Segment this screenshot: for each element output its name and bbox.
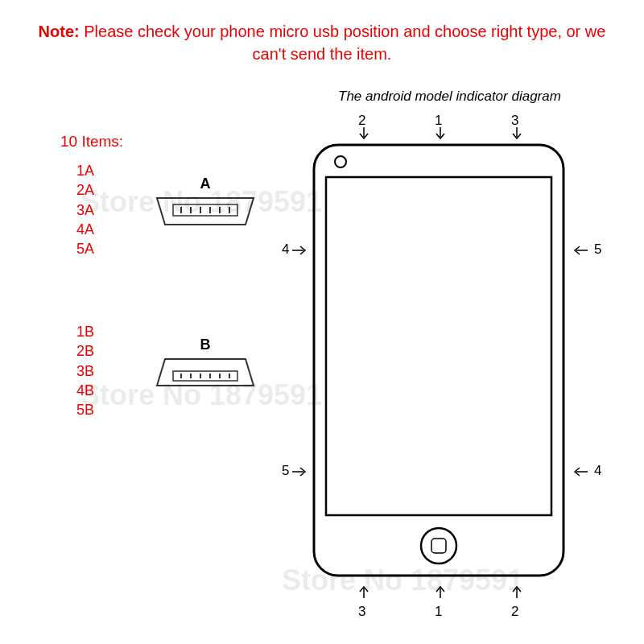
items-title: 10 Items:: [60, 133, 123, 151]
arrow-down-icon: [435, 127, 446, 142]
connector-b: B: [149, 336, 262, 394]
list-a: 1A 2A 3A 4A 5A: [76, 161, 94, 258]
indicator-bottom-right: 2: [511, 604, 518, 620]
svg-rect-0: [173, 204, 237, 216]
usb-connector-b-icon: [149, 355, 262, 391]
note-body: Please check your phone micro usb positi…: [80, 23, 606, 63]
arrow-up-icon: [511, 584, 522, 598]
connector-a-label: A: [149, 175, 262, 192]
indicator-right-lower: 4: [594, 463, 601, 479]
diagram-title: The android model indicator diagram: [338, 89, 561, 105]
indicator-right-upper: 5: [594, 242, 601, 258]
arrow-right-icon: [292, 245, 308, 256]
arrow-down-icon: [358, 127, 369, 142]
indicator-left-lower: 5: [282, 463, 289, 479]
arrow-right-icon: [292, 466, 308, 477]
svg-rect-14: [314, 145, 564, 576]
list-item: 4B: [76, 381, 94, 400]
arrow-left-icon: [572, 466, 588, 477]
svg-point-16: [335, 156, 346, 167]
list-b: 1B 2B 3B 4B 5B: [76, 322, 94, 419]
phone-icon: [310, 141, 568, 580]
list-item: 3A: [76, 200, 94, 220]
usb-connector-a-icon: [149, 194, 262, 230]
indicator-left-upper: 4: [282, 242, 289, 258]
indicator-top-center: 1: [435, 113, 442, 129]
svg-point-17: [421, 528, 456, 564]
arrow-up-icon: [358, 584, 369, 598]
indicator-bottom-center: 1: [435, 604, 442, 620]
arrow-down-icon: [511, 127, 522, 142]
note-label: Note:: [39, 23, 80, 40]
arrow-up-icon: [435, 584, 446, 598]
indicator-top-left: 2: [358, 113, 365, 129]
arrow-left-icon: [572, 245, 588, 256]
note-text: Note: Please check your phone micro usb …: [32, 20, 612, 65]
svg-rect-15: [326, 177, 551, 515]
indicator-top-right: 3: [511, 113, 518, 129]
svg-rect-18: [431, 539, 446, 553]
connector-a: A: [149, 175, 262, 233]
list-item: 4A: [76, 220, 94, 239]
svg-rect-7: [173, 371, 237, 381]
list-item: 3B: [76, 361, 94, 381]
list-item: 2B: [76, 341, 94, 361]
list-item: 1B: [76, 322, 94, 341]
phone-diagram: [310, 141, 568, 580]
list-item: 5A: [76, 239, 94, 258]
list-item: 2A: [76, 180, 94, 200]
list-item: 1A: [76, 161, 94, 180]
connector-b-label: B: [149, 336, 262, 353]
list-item: 5B: [76, 400, 94, 419]
indicator-bottom-left: 3: [358, 604, 365, 620]
